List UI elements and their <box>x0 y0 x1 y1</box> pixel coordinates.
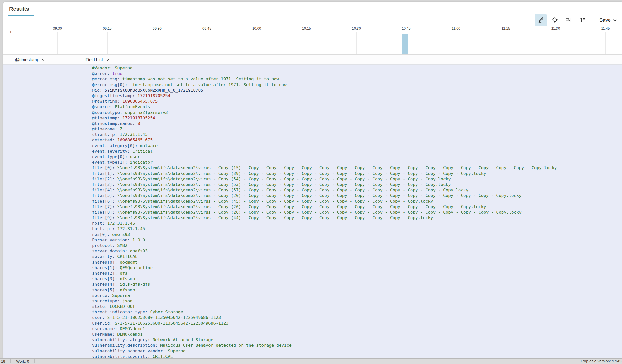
field-value[interactable]: Cyber Storage <box>150 310 183 315</box>
field-name[interactable]: user: <box>92 315 107 320</box>
field-value[interactable]: malware <box>140 143 158 148</box>
field-value[interactable]: QFSQuarantine <box>120 265 153 270</box>
field-value[interactable]: dfs <box>120 271 127 276</box>
field-name[interactable]: shares[2]: <box>92 271 120 276</box>
field-name[interactable]: files[9]: <box>92 215 117 220</box>
field-name[interactable]: shares[0]: <box>92 260 120 265</box>
field-value[interactable]: 1696865465.675 <box>122 99 158 104</box>
event-field-row[interactable]: files[4]: \\onefs93\System\ifs\data\demo… <box>92 187 622 193</box>
field-name[interactable]: @id: <box>92 88 105 93</box>
field-value[interactable]: timestamp was not set to a value after 1… <box>122 76 279 81</box>
sort-order-button[interactable] <box>577 14 589 26</box>
field-value[interactable]: igls-dfs-dfs <box>120 282 150 287</box>
field-name[interactable]: host.ip.: <box>92 226 117 231</box>
event-field-row[interactable]: files[6]: \\onefs93\System\ifs\data\demo… <box>92 198 622 204</box>
field-value[interactable]: \\onefs93\System\ifs\data\demo2\virus - … <box>117 215 433 220</box>
field-name[interactable]: severity: <box>92 254 117 259</box>
field-name[interactable]: files[1]: <box>92 171 117 176</box>
field-value[interactable]: \\onefs93\System\ifs\data\demo2\virus - … <box>117 177 451 181</box>
field-name[interactable]: event.category[0]: <box>92 143 140 148</box>
event-field-row[interactable]: vulnerability.scanner.vendor: Superna <box>92 348 622 354</box>
field-name[interactable]: @sourcetype: <box>92 110 125 115</box>
field-value[interactable]: \\onefs93\System\ifs\data\demo2\virus - … <box>117 182 451 187</box>
field-name[interactable]: files[8]: <box>92 210 117 215</box>
field-value[interactable]: Z <box>120 126 122 131</box>
event-field-row[interactable]: event.type[0]: user <box>92 154 622 159</box>
field-value[interactable]: 172.31.1.45 <box>107 221 135 226</box>
field-name[interactable]: files[6]: <box>92 199 117 204</box>
event-field-row[interactable]: server.domain: onefs93 <box>92 248 622 254</box>
field-value[interactable]: LOCKED_OUT <box>110 304 135 309</box>
event-field-row[interactable]: severity: CRITICAL <box>92 254 622 259</box>
event-field-row[interactable]: client.ip: 172.31.1.45 <box>92 132 622 137</box>
field-name[interactable]: client.ip: <box>92 132 120 137</box>
field-value[interactable]: \\onefs93\System\ifs\data\demo2\virus - … <box>117 165 557 170</box>
field-name[interactable]: userName: <box>92 332 117 337</box>
event-field-row[interactable]: files[7]: \\onefs93\System\ifs\data\demo… <box>92 204 622 209</box>
field-value[interactable]: 172.31.1.45 <box>117 226 145 231</box>
event-field-row[interactable]: @error_msg: timestamp was not set to a v… <box>92 76 622 82</box>
field-value[interactable]: S-1-5-21-106253680-1135045642-1225049686… <box>107 315 221 320</box>
event-field-row[interactable]: @ingesttimestamp: 1721918705254 <box>92 93 622 98</box>
event-field-row[interactable]: #Vendor: Superna <box>92 65 622 71</box>
tail-follow-button[interactable] <box>563 14 575 26</box>
event-field-row[interactable]: vulnerability.category: Network Attached… <box>92 337 622 343</box>
field-value[interactable]: 1696865465.675 <box>117 137 153 142</box>
event-field-row[interactable]: threat.indicator.type: Cyber Storage <box>92 309 622 315</box>
event-field-row[interactable]: source: Superna <box>92 293 622 298</box>
event-field-row[interactable]: @timezone: Z <box>92 126 622 132</box>
field-name[interactable]: @ingesttimestamp: <box>92 93 137 98</box>
field-value[interactable]: PlatformEvents <box>115 104 150 109</box>
event-field-row[interactable]: files[5]: \\onefs93\System\ifs\data\demo… <box>92 193 622 198</box>
field-name[interactable]: files[2]: <box>92 177 117 181</box>
field-value[interactable]: nfssmb <box>120 276 135 281</box>
field-name[interactable]: @rawstring: <box>92 99 122 104</box>
field-name[interactable]: shares[5]: <box>92 288 120 293</box>
event-field-row[interactable]: files[0]: \\onefs93\System\ifs\data\demo… <box>92 165 622 170</box>
event-field-row[interactable]: files[2]: \\onefs93\System\ifs\data\demo… <box>92 176 622 182</box>
event-field-row[interactable]: @timestamp: 1721918705254 <box>92 115 622 121</box>
field-value[interactable]: Superna <box>115 65 132 70</box>
event-field-row[interactable]: user.id: S-1-5-21-106253680-1135045642-1… <box>92 321 622 326</box>
edit-pencil-button[interactable] <box>535 14 547 26</box>
field-value[interactable]: CRITICAL <box>153 354 173 358</box>
field-name[interactable]: shares[1]: <box>92 265 120 270</box>
field-name[interactable]: @error_msg: <box>92 76 122 81</box>
field-name[interactable]: files[7]: <box>92 204 117 209</box>
field-value[interactable]: Network Attached Storage <box>153 337 213 342</box>
field-name[interactable]: source: <box>92 293 112 298</box>
field-value[interactable]: indicator <box>130 160 153 165</box>
event-field-row[interactable]: Parser.version: 1.0.0 <box>92 237 622 243</box>
event-field-row[interactable]: vulnerability.severity: CRITICAL <box>92 354 622 358</box>
field-name[interactable]: vulnerability.category: <box>92 337 153 342</box>
field-name[interactable]: sourcetype: <box>92 299 122 304</box>
event-field-row[interactable]: files[8]: \\onefs93\System\ifs\data\demo… <box>92 209 622 215</box>
event-field-row[interactable]: state: LOCKED_OUT <box>92 304 622 309</box>
field-name[interactable]: user.name: <box>92 326 120 331</box>
field-name[interactable]: protocol: <box>92 243 117 248</box>
field-value[interactable]: 1721918705254 <box>122 115 155 120</box>
field-name[interactable]: host: <box>92 221 107 226</box>
field-value[interactable]: Critical <box>132 149 153 154</box>
event-field-row[interactable]: protocol: SMB2 <box>92 243 622 248</box>
field-list-dropdown[interactable]: Field List <box>85 55 109 65</box>
event-field-row[interactable]: user.name: DEMO\demo1 <box>92 326 622 332</box>
event-field-row[interactable]: @id: 5YiKmsSlQ0nUqBxXupNZxRHh_6_0_172191… <box>92 87 622 93</box>
save-button[interactable]: Save <box>598 17 618 23</box>
event-field-row[interactable]: event.type[1]: indicator <box>92 159 622 165</box>
field-name[interactable]: vulnerability.severity: <box>92 354 153 358</box>
field-name[interactable]: vulnerability.scanner.vendor: <box>92 349 168 354</box>
field-name[interactable]: files[3]: <box>92 182 117 187</box>
field-name[interactable]: files[0]: <box>92 165 117 170</box>
event-field-row[interactable]: shares[3]: nfssmb <box>92 276 622 282</box>
field-value[interactable]: S-1-5-21-106253680-1135045642-1225049686… <box>115 321 228 326</box>
field-value[interactable]: nfssmb <box>120 288 135 293</box>
field-name[interactable]: event.severity: <box>92 149 132 154</box>
field-value[interactable]: supernaZTparserv3 <box>125 110 168 115</box>
event-field-row[interactable]: files[9]: \\onefs93\System\ifs\data\demo… <box>92 215 622 220</box>
event-field-row[interactable]: event.category[0]: malware <box>92 143 622 148</box>
field-value[interactable]: Malicous User Behavor detected on the st… <box>160 343 292 348</box>
field-value[interactable]: 0 <box>137 121 140 126</box>
field-value[interactable]: timestamp was not set to a value after 1… <box>130 82 287 87</box>
event-field-row[interactable]: host: 172.31.1.45 <box>92 220 622 226</box>
